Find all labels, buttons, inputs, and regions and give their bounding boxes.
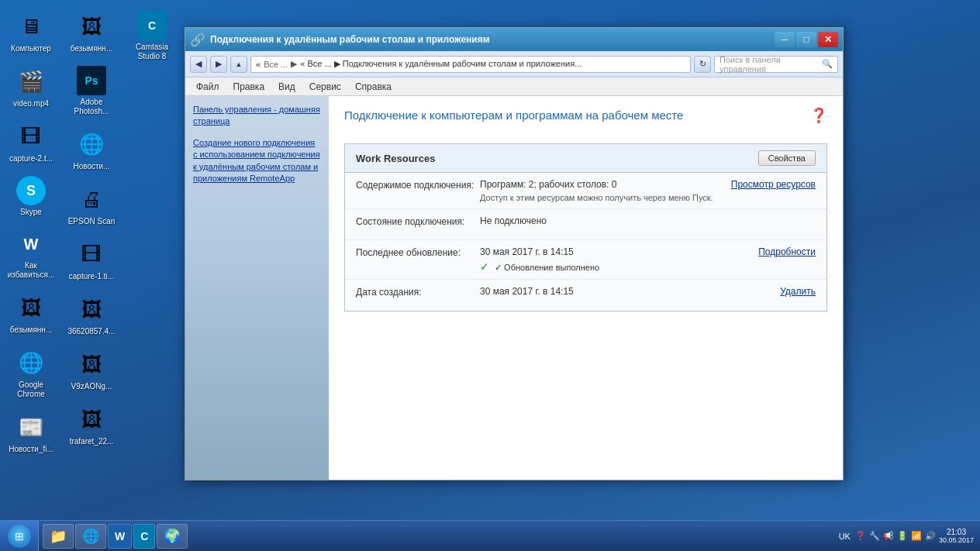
menu-service[interactable]: Сервис xyxy=(303,80,347,94)
maximize-button[interactable]: □ xyxy=(796,32,816,47)
desktop-icon-news[interactable]: 📰 Новости_fi... xyxy=(4,408,58,457)
search-box[interactable]: Поиск в панели управления 🔍 xyxy=(714,56,838,73)
icon-label: Новости... xyxy=(73,162,109,171)
title-bar: 🔗 Подключения к удалённым рабочим столам… xyxy=(185,28,843,51)
tray-clock: 21:03 30.05.2017 xyxy=(939,528,974,544)
desktop-icon-capture1[interactable]: 🎞 capture-1.ti... xyxy=(64,236,119,284)
taskbar-folder[interactable]: 📁 xyxy=(43,524,74,549)
label-status: Состояние подключения: xyxy=(356,215,480,227)
info-row-lastupdate: Последнее обновление: 30 мая 2017 г. в 1… xyxy=(345,240,826,280)
window-controls: ─ □ ✕ xyxy=(775,32,838,47)
action-lastupdate[interactable]: Подробности xyxy=(758,246,816,257)
search-icon: 🔍 xyxy=(822,59,833,69)
taskbar: ⊞ 📁 🌐 W C 🌍 UK ❓ 🔧 📢 🔋 📶 🔊 21:03 30.05.2… xyxy=(0,520,980,551)
start-orb: ⊞ xyxy=(8,525,31,548)
icon-label: Camtasia Studio 8 xyxy=(128,43,176,61)
subtext-lastupdate: ✓ ✓ Обновление выполнено xyxy=(480,260,751,273)
tray-icon-1: 🔧 xyxy=(869,531,880,541)
desktop-icon-photoshop[interactable]: Ps Adobe Photosh... xyxy=(64,63,119,119)
forward-button[interactable]: ▶ xyxy=(210,56,227,73)
label-content: Содержимое подключения: xyxy=(356,179,480,191)
desktop-icon-epson[interactable]: 🖨 EPSON Scan xyxy=(64,181,119,229)
search-placeholder: Поиск в панели управления xyxy=(719,55,822,74)
windows-logo: ⊞ xyxy=(15,530,24,542)
menu-bar: Файл Правка Вид Сервис Справка xyxy=(185,77,843,96)
desktop-icon-camtasia[interactable]: C Camtasia Studio 8 xyxy=(125,8,179,64)
tray-locale: UK xyxy=(839,532,851,541)
start-button[interactable]: ⊞ xyxy=(0,521,39,552)
card-title: Work Resources xyxy=(356,153,435,164)
menu-file[interactable]: Файл xyxy=(190,80,226,94)
card-header: Work Resources Свойства xyxy=(345,144,826,173)
icon-label: Google Chrome xyxy=(7,381,55,399)
info-row-created: Дата создания: 30 мая 2017 г. в 14:15 Уд… xyxy=(345,280,826,311)
icon-label: безымянн... xyxy=(71,44,112,53)
window-icon: 🔗 xyxy=(190,33,205,47)
address-breadcrumb[interactable]: « Все ... ▶ « Все ... ▶ Подключения к уд… xyxy=(250,56,691,73)
help-tray-icon: ❓ xyxy=(855,531,866,541)
minimize-button[interactable]: ─ xyxy=(775,32,795,47)
label-lastupdate: Последнее обновление: xyxy=(356,246,480,258)
info-row-status: Состояние подключения: Не подключено xyxy=(345,209,826,240)
desktop-icon-chrome2[interactable]: 🌐 Новости... xyxy=(64,126,119,174)
value-content: Программ: 2; рабочих столов: 0 Доступ к … xyxy=(480,179,723,202)
tray-icon-3: 🔋 xyxy=(897,531,908,541)
icon-label: Skype xyxy=(20,208,42,217)
properties-button[interactable]: Свойства xyxy=(758,150,816,166)
address-bar: ◀ ▶ ▲ « Все ... ▶ « Все ... ▶ Подключени… xyxy=(185,51,843,77)
card-body: Содержимое подключения: Программ: 2; раб… xyxy=(345,173,826,311)
menu-view[interactable]: Вид xyxy=(272,80,302,94)
sidebar-create-link[interactable]: Создание нового подключения с использова… xyxy=(193,137,321,185)
taskbar-tray: UK ❓ 🔧 📢 🔋 📶 🔊 21:03 30.05.2017 xyxy=(833,528,980,544)
value-status: Не подключено xyxy=(480,215,816,226)
window-title: Подключения к удалённым рабочим столам и… xyxy=(210,34,775,45)
taskbar-word[interactable]: W xyxy=(108,524,132,549)
desktop-icon-word[interactable]: W Как избавиться... xyxy=(4,226,58,283)
back-button[interactable]: ◀ xyxy=(190,56,207,73)
desktop-icon-capture2[interactable]: 🎞 capture-2.t... xyxy=(4,118,58,167)
icon-label: trafaret_22... xyxy=(70,437,114,446)
label-created: Дата создания: xyxy=(356,286,480,298)
desktop-icon-computer[interactable]: 🖥 Компьютер xyxy=(4,8,58,57)
icon-label: V9zAONg... xyxy=(71,382,112,391)
icon-label: EPSON Scan xyxy=(68,217,116,226)
icon-label: безымянн... xyxy=(10,325,52,335)
desktop-icon-num1[interactable]: 🖼 36620857.4... xyxy=(64,291,119,339)
info-row-content: Содержимое подключения: Программ: 2; раб… xyxy=(345,173,826,209)
checkmark-icon: ✓ xyxy=(480,260,489,273)
desktop-icon-unnamed[interactable]: 🖼 безымянн... xyxy=(4,289,58,338)
taskbar-camtasia[interactable]: C xyxy=(133,524,155,549)
taskbar-browser2[interactable]: 🌍 xyxy=(157,524,188,549)
desktop-icon-trafaret[interactable]: 🖼 trafaret_22... xyxy=(64,401,119,449)
subtext-content: Доступ к этим ресурсам можно получить че… xyxy=(480,193,723,202)
sidebar-home-link[interactable]: Панель управления - домашняя страница xyxy=(193,104,321,128)
main-panel: Подключение к компьютерам и программам н… xyxy=(329,96,843,480)
sidebar: Панель управления - домашняя страница Со… xyxy=(185,96,329,480)
close-button[interactable]: ✕ xyxy=(818,32,838,47)
desktop-icons-container: 🖥 Компьютер 🎬 video.mp4 🎞 capture-2.t...… xyxy=(0,0,178,511)
resource-card: Work Resources Свойства Содержимое подкл… xyxy=(344,143,827,312)
taskbar-chrome[interactable]: 🌐 xyxy=(75,524,106,549)
action-created[interactable]: Удалить xyxy=(780,286,816,297)
value-lastupdate: 30 мая 2017 г. в 14:15 ✓ ✓ Обновление вы… xyxy=(480,246,751,273)
icon-label: 36620857.4... xyxy=(67,327,115,336)
desktop-icon-img2[interactable]: 🖼 безымянн... xyxy=(64,8,119,57)
icon-label: Adobe Photosh... xyxy=(67,98,116,116)
up-button[interactable]: ▲ xyxy=(230,56,247,73)
help-icon[interactable]: ❓ xyxy=(810,107,827,124)
desktop-icon-skype[interactable]: S Skype xyxy=(4,173,58,220)
icon-label: Новости_fi... xyxy=(9,445,53,454)
page-title: Подключение к компьютерам и программам н… xyxy=(344,108,683,122)
value-created: 30 мая 2017 г. в 14:15 xyxy=(480,286,772,297)
desktop-icon-num2[interactable]: 🖼 V9zAONg... xyxy=(64,346,119,394)
menu-help[interactable]: Справка xyxy=(349,80,398,94)
menu-edit[interactable]: Правка xyxy=(227,80,271,94)
tray-icon-4: 📶 xyxy=(911,531,922,541)
taskbar-apps: 📁 🌐 W C 🌍 xyxy=(39,524,833,549)
desktop-icon-chrome[interactable]: 🌐 Google Chrome xyxy=(4,344,58,402)
icon-label: video.mp4 xyxy=(13,99,49,108)
refresh-button[interactable]: ↻ xyxy=(694,56,711,73)
icon-label: capture-2.t... xyxy=(9,154,53,164)
action-content[interactable]: Просмотр ресурсов xyxy=(731,179,816,190)
desktop-icon-video[interactable]: 🎬 video.mp4 xyxy=(4,63,58,112)
